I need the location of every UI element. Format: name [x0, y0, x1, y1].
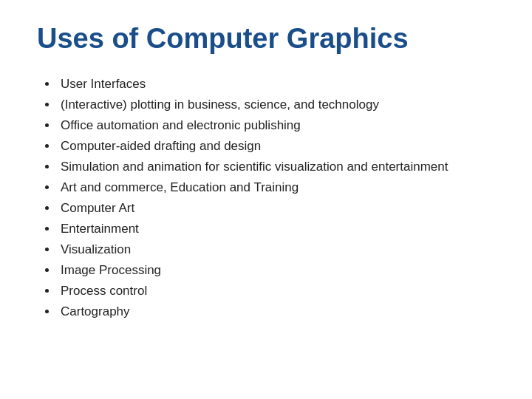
list-item: (Interactive) plotting in business, scie…	[58, 95, 495, 115]
list-item: Cartography	[58, 301, 495, 322]
list-item: Image Processing	[58, 260, 495, 281]
list-item: Computer Art	[58, 198, 495, 219]
list-item: User Interfaces	[58, 74, 495, 95]
list-item: Entertainment	[58, 219, 495, 239]
slide-title: Uses of Computer Graphics	[37, 22, 495, 56]
bullet-list-1: User Interfaces (Interactive) plotting i…	[37, 74, 495, 177]
list-item: Simulation and animation for scientific …	[58, 157, 495, 177]
list-item: Visualization	[58, 239, 495, 260]
slide: Uses of Computer Graphics User Interface…	[0, 0, 532, 399]
slide-content: User Interfaces (Interactive) plotting i…	[37, 74, 495, 323]
list-item: Computer-aided drafting and design	[58, 136, 495, 157]
bullet-list-2: Art and commerce, Education and Training…	[37, 177, 495, 322]
list-item: Art and commerce, Education and Training	[58, 177, 495, 198]
list-item: Process control	[58, 281, 495, 301]
list-item: Office automation and electronic publish…	[58, 115, 495, 136]
